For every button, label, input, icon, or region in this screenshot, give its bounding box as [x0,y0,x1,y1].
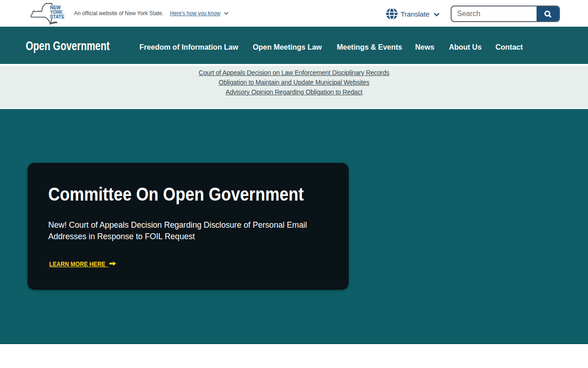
svg-text:STATE: STATE [50,14,64,19]
